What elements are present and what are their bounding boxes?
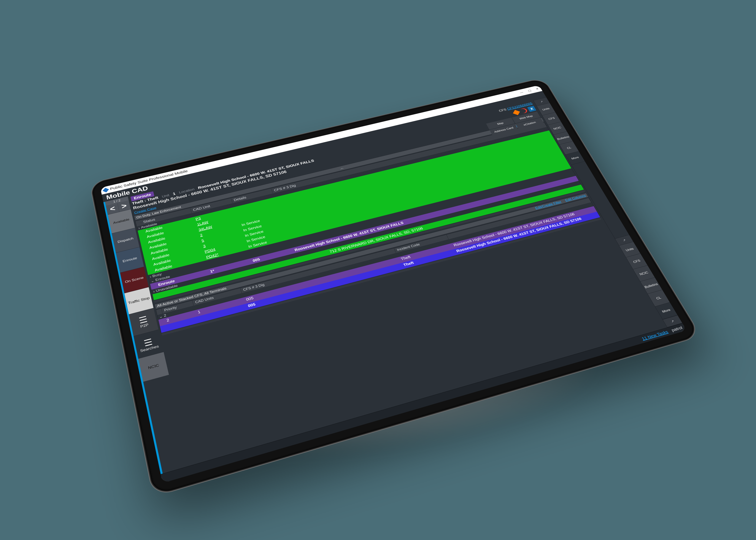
nav-onscene-button[interactable]: On Scene — [120, 267, 149, 293]
cfs-col-header[interactable]: CAD Units — [192, 288, 242, 306]
rail-bot-more[interactable]: More — [655, 302, 678, 320]
cfs-filter-text[interactable]: All Active or Stacked CFS, All Terminals — [157, 286, 227, 308]
rail-bot-cfs[interactable]: CFS — [626, 254, 648, 269]
rail-bot-bulletins[interactable]: Bulletins — [640, 278, 662, 294]
nav-ncic-button[interactable]: NCIC — [138, 352, 169, 382]
app-body: Mobile CAD 1 / 2 < > Availa — [102, 91, 687, 483]
app-logo-icon — [103, 188, 109, 192]
cfs-col-header[interactable]: Priority — [161, 301, 194, 314]
nav-p2p-button[interactable]: P2P — [129, 308, 159, 336]
cfs-col-header[interactable] — [156, 309, 163, 315]
app-layout: 1 / 2 < > AvailableDispatchEnrouteOn Sce… — [103, 97, 682, 474]
window-maximize-button[interactable]: ▢ — [527, 89, 532, 92]
role-label: patrol — [671, 326, 684, 333]
window-minimize-button[interactable]: — — [519, 91, 524, 94]
window-close-button[interactable]: ✕ — [535, 87, 539, 90]
nav-traffic-button[interactable]: Traffic Stop — [124, 287, 154, 314]
new-tasks-link[interactable]: 11 New Tasks — [641, 330, 669, 341]
tablet-frame: Public Safety Suite Professional Mobile … — [91, 78, 699, 495]
rail-bot-ncic[interactable]: NCIC — [633, 265, 655, 282]
alert-icon — [520, 108, 528, 114]
tablet-scene: Public Safety Suite Professional Mobile … — [119, 72, 637, 439]
rail-bot-cl[interactable]: CL — [648, 290, 670, 307]
nav-search-button[interactable]: Searches — [134, 330, 164, 358]
units-col-header[interactable] — [136, 222, 141, 224]
hazard-icon — [513, 110, 520, 115]
rail-resize-bot[interactable]: ↗ — [663, 315, 682, 328]
screen: Public Safety Suite Professional Mobile … — [100, 85, 687, 483]
main-center: Enroute Theft : Theft Unit 1 Location Ro… — [128, 100, 667, 466]
tablet: Public Safety Suite Professional Mobile … — [91, 78, 699, 495]
